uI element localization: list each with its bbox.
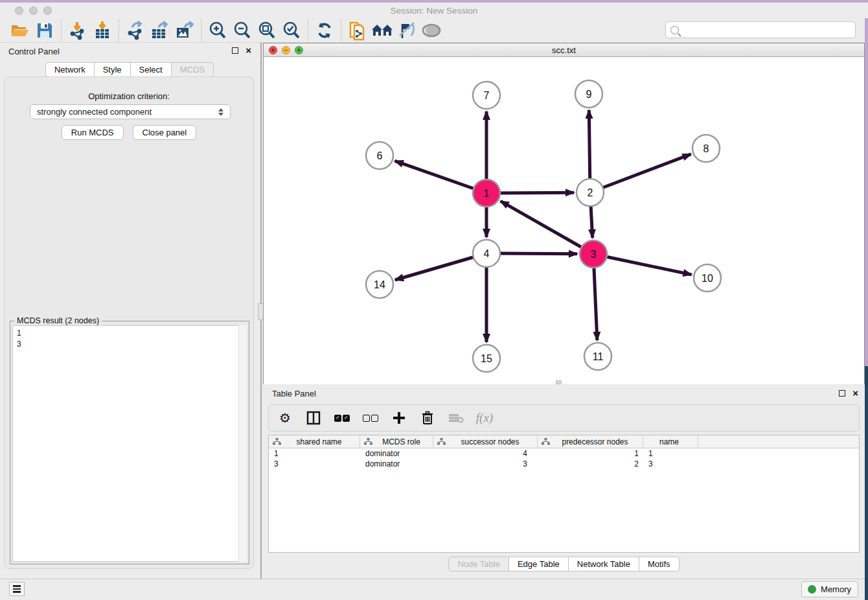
graph-node-6[interactable]: 6	[366, 142, 393, 169]
zoom-selected-button[interactable]	[279, 19, 304, 41]
zoom-in-button[interactable]	[205, 19, 230, 41]
hide-selected-button[interactable]	[394, 19, 419, 41]
cell-predecessor-nodes[interactable]: 1	[538, 448, 643, 459]
graph-node-14[interactable]: 14	[366, 271, 393, 298]
optimization-criterion-value: strongly connected component	[37, 107, 152, 117]
cell-predecessor-nodes[interactable]: 2	[538, 459, 643, 469]
run-mcds-button[interactable]: Run MCDS	[62, 125, 124, 140]
cell-mcds-role[interactable]: dominator	[360, 459, 433, 469]
table-settings-button[interactable]: ⚙	[277, 410, 293, 426]
function-builder-button[interactable]: f(x)	[476, 410, 493, 426]
network-window-titlebar[interactable]: × − + scc.txt	[264, 43, 864, 57]
table-row[interactable]: 1 dominator 4 1 1	[269, 448, 859, 459]
tree-icon	[542, 438, 550, 445]
tab-motifs[interactable]: Motifs	[639, 557, 680, 571]
close-panel-button[interactable]: Close panel	[133, 125, 197, 140]
toggle-column-view-button[interactable]	[305, 410, 322, 426]
tab-node-table[interactable]: Node Table	[448, 557, 509, 571]
mcds-result-text[interactable]: 1 3	[12, 325, 247, 562]
result-scrollbar[interactable]	[238, 325, 247, 562]
delete-table-icon	[448, 412, 464, 424]
graph-node-2[interactable]: 2	[577, 179, 604, 206]
canvas-splitter-grip[interactable]	[556, 380, 562, 384]
column-header-predecessor-nodes[interactable]: predecessor nodes	[538, 435, 643, 448]
graph-edge-2-8[interactable]	[590, 154, 691, 192]
import-table-button[interactable]	[90, 19, 115, 41]
close-panel-icon[interactable]: ×	[246, 45, 251, 56]
export-network-icon	[126, 21, 145, 40]
zoom-fit-button[interactable]	[255, 19, 279, 41]
export-network-button[interactable]	[123, 19, 148, 41]
graph-node-10[interactable]: 10	[694, 264, 721, 292]
graph-node-3[interactable]: 3	[580, 240, 607, 268]
app-titlebar: Session: New Session	[0, 3, 868, 18]
graph-node-label: 3	[591, 249, 597, 260]
import-network-button[interactable]	[65, 19, 90, 41]
save-session-button[interactable]	[32, 19, 57, 41]
cell-mcds-role[interactable]: dominator	[360, 448, 433, 459]
graph-node-15[interactable]: 15	[473, 345, 500, 372]
delete-column-button[interactable]	[419, 410, 436, 426]
export-image-button[interactable]	[172, 19, 197, 41]
global-search-field[interactable]	[665, 21, 856, 38]
cell-successor-nodes[interactable]: 4	[433, 448, 538, 459]
toggle-graphics-details-button[interactable]	[419, 19, 444, 41]
tab-network[interactable]: Network	[45, 62, 95, 77]
cell-shared-name[interactable]: 3	[269, 459, 360, 469]
new-network-from-selection-button[interactable]	[345, 19, 370, 41]
control-panel: Control Panel × Network Style Select MCD…	[0, 43, 259, 579]
network-canvas[interactable]: 7968124310141511	[264, 57, 864, 384]
select-all-button[interactable]	[334, 410, 350, 426]
delete-table-button[interactable]	[448, 410, 464, 426]
table-toolbar: ⚙	[268, 404, 860, 432]
optimization-criterion-select[interactable]: strongly connected component	[30, 104, 231, 119]
graph-node-label: 15	[481, 353, 492, 364]
status-menu-button[interactable]	[9, 582, 25, 596]
cell-name[interactable]: 1	[643, 448, 698, 459]
search-input[interactable]	[683, 23, 855, 36]
cell-name[interactable]: 3	[643, 459, 698, 469]
memory-button[interactable]: Memory	[801, 581, 858, 597]
deselect-all-button[interactable]	[362, 410, 379, 426]
tab-style[interactable]: Style	[95, 62, 131, 77]
column-header-successor-nodes[interactable]: successor nodes	[433, 435, 538, 448]
tab-network-table[interactable]: Network Table	[569, 557, 639, 571]
graph-edge-3-10[interactable]	[593, 254, 692, 275]
float-panel-icon[interactable]	[232, 47, 238, 54]
cell-shared-name[interactable]: 1	[269, 448, 360, 459]
network-graph[interactable]: 7968124310141511	[264, 57, 864, 384]
open-session-button[interactable]	[8, 19, 32, 41]
close-table-panel-icon[interactable]: ×	[852, 387, 858, 398]
zoom-out-button[interactable]	[230, 19, 255, 41]
tree-icon	[437, 438, 446, 445]
node-table[interactable]: shared name MCDS role successor nodes pr…	[268, 435, 860, 553]
main-toolbar	[0, 18, 865, 43]
graph-node-8[interactable]: 8	[692, 135, 720, 162]
graph-node-11[interactable]: 11	[584, 343, 611, 370]
cell-successor-nodes[interactable]: 3	[433, 459, 538, 469]
column-header-name[interactable]: name	[643, 435, 698, 448]
tab-mcds[interactable]: MCDS	[172, 62, 214, 77]
first-neighbors-button[interactable]	[370, 19, 394, 41]
graph-node-4[interactable]: 4	[473, 240, 500, 267]
column-header-mcds-role[interactable]: MCDS role	[360, 435, 433, 448]
zoom-in-icon	[208, 21, 227, 40]
graph-node-1[interactable]: 1	[473, 179, 500, 207]
status-bar: Memory	[0, 579, 865, 600]
graph-node-label: 11	[593, 351, 604, 362]
graph-node-7[interactable]: 7	[473, 82, 500, 109]
export-table-button[interactable]	[148, 19, 172, 41]
tree-icon	[273, 438, 281, 445]
unchecked-boxes-icon	[363, 415, 378, 422]
tab-edge-table[interactable]: Edge Table	[509, 557, 569, 571]
select-stepper-icon	[218, 107, 225, 117]
column-header-shared-name[interactable]: shared name	[269, 435, 360, 448]
tab-select[interactable]: Select	[131, 62, 172, 77]
table-row[interactable]: 3 dominator 3 2 3	[269, 459, 859, 469]
graph-edge-1-6[interactable]	[395, 161, 486, 193]
add-column-button[interactable]	[391, 410, 407, 426]
graph-edge-3-1[interactable]	[501, 201, 593, 254]
graph-node-9[interactable]: 9	[575, 80, 602, 108]
refresh-layout-button[interactable]	[312, 19, 337, 41]
float-table-panel-icon[interactable]	[839, 390, 845, 397]
